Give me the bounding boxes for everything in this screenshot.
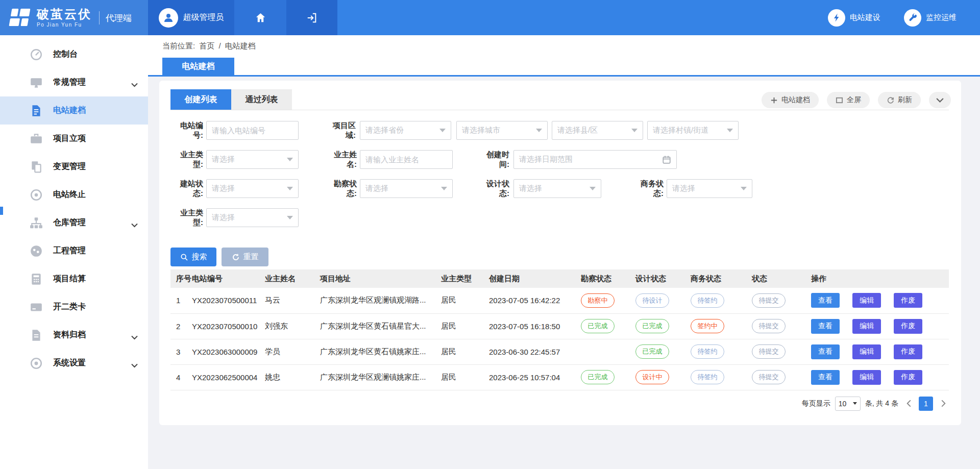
header-code: 电站编号 [192,269,265,288]
business-status-select[interactable]: 请选择 [667,179,752,198]
page-tab-station-archive[interactable]: 电站建档 [162,58,234,76]
breadcrumb-separator: / [219,41,221,50]
edit-button[interactable]: 编辑 [852,370,881,385]
void-button[interactable]: 作废 [894,370,922,385]
content-card: 电站建档 全屏 刷新 创建列表 通过列表 电站编号: 项目区域: [159,81,961,425]
header-status: 状态 [752,269,811,288]
select-caret-icon [631,129,638,132]
village-select[interactable]: 请选择村镇/街道 [647,121,739,140]
collapse-toolbar-button[interactable] [929,92,951,108]
page-number-1[interactable]: 1 [919,397,933,411]
status-badge: 待签约 [691,370,724,384]
breadcrumb-band: 当前位置: 首页 / 电站建档 电站建档 [148,35,980,77]
breadcrumb-home-link[interactable]: 首页 [199,41,214,50]
chevron-down-icon [131,333,138,337]
speedometer-icon [30,48,43,61]
header-design: 设计状态 [635,269,691,288]
breadcrumb-current: 电站建档 [225,41,256,50]
void-button[interactable]: 作废 [894,293,922,308]
owner-type2-select[interactable]: 请选择 [206,208,299,227]
void-button[interactable]: 作废 [894,344,922,359]
status-badge: 已完成 [581,319,615,333]
total-count-label: 条, 共 4 条 [865,399,898,408]
tab-created-list[interactable]: 创建列表 [170,89,231,110]
sidebar-item-dashboard[interactable]: 控制台 [0,40,148,68]
sidebar-scrollbar-thumb[interactable] [0,207,3,215]
sidebar-item-project-init[interactable]: 项目立项 [0,125,148,153]
view-button[interactable]: 查看 [811,319,840,334]
top-navbar: 破茧云伏 Po Jian Yun Fu 代理端 超级管理员 电站建设 监控运维 [0,0,980,35]
status-badge: 待提交 [752,293,786,308]
nav-station-build[interactable]: 电站建设 [828,0,880,35]
tab-passed-list[interactable]: 通过列表 [231,89,292,110]
document-icon [30,104,43,117]
status-badge: 待签约 [691,293,724,308]
prev-page-button[interactable] [903,397,914,411]
sidebar-item-warehouse-mgmt[interactable]: 仓库管理 [0,209,148,237]
sidebar-item-general-mgmt[interactable]: 常规管理 [0,68,148,96]
fullscreen-icon [836,96,843,104]
filter-row-3: 建站状态: 请选择 勘察状态: 请选择 设计状态: 请选择 商务状态: 请选择 [170,179,949,198]
owner-type-select[interactable]: 请选择 [206,150,299,169]
status-badge: 已完成 [635,319,669,333]
sidebar-item-engineering-mgmt[interactable]: 工程管理 [0,237,148,265]
refresh-button[interactable]: 刷新 [878,92,921,108]
next-page-button[interactable] [938,397,949,411]
filter-actions: 搜索 重置 [170,248,949,266]
table-row: 1 YX2023070500011 马云 广东深圳龙华区观澜镇观湖路... 居民… [170,288,949,313]
reset-button[interactable]: 重置 [222,248,268,266]
build-status-select[interactable]: 请选择 [206,179,299,198]
breadcrumb-label: 当前位置: [162,41,195,50]
per-page-select[interactable]: 10 [835,397,861,411]
sidebar-item-station-terminate[interactable]: 电站终止 [0,181,148,209]
nav-monitor-ops-label: 监控运维 [926,13,957,22]
sidebar-item-change-mgmt[interactable]: 变更管理 [0,153,148,181]
select-caret-icon [727,129,733,132]
view-button[interactable]: 查看 [811,370,840,385]
edit-button[interactable]: 编辑 [852,319,881,334]
void-button[interactable]: 作废 [894,319,922,334]
current-user[interactable]: 超级管理员 [148,0,234,35]
nav-monitor-ops[interactable]: 监控运维 [904,0,957,35]
search-button[interactable]: 搜索 [170,248,216,266]
survey-status-select[interactable]: 请选择 [360,179,453,198]
user-name: 超级管理员 [183,12,224,23]
select-caret-icon [536,129,542,132]
brand-logo-icon [8,7,32,29]
owner-name-input[interactable] [360,150,453,169]
status-badge: 待签约 [691,344,724,359]
sidebar-item-card-opening[interactable]: 开二类卡 [0,293,148,321]
bank-card-icon [30,301,43,314]
header-date: 创建日期 [489,269,581,288]
project-region-label: 项目区域: [323,121,356,140]
status-badge: 待提交 [752,319,786,333]
county-select[interactable]: 请选择县/区 [552,121,643,140]
edit-button[interactable]: 编辑 [852,344,881,359]
view-button[interactable]: 查看 [811,344,840,359]
owner-name-label: 业主姓名: [324,150,357,169]
sidebar-item-station-archive[interactable]: 电站建档 [0,96,148,125]
main-area: 当前位置: 首页 / 电站建档 电站建档 电站建档 全屏 刷新 [148,35,980,469]
status-badge: 待提交 [752,344,786,359]
design-status-select[interactable]: 请选择 [513,179,601,198]
home-button[interactable] [234,0,286,35]
city-select[interactable]: 请选择城市 [456,121,548,140]
sidebar-item-project-settlement[interactable]: 项目结算 [0,265,148,293]
logout-button[interactable] [286,0,337,35]
view-button[interactable]: 查看 [811,293,840,308]
sidebar-item-data-archive[interactable]: 资料归档 [0,321,148,349]
header-no: 序号 [170,269,192,288]
brand-area: 破茧云伏 Po Jian Yun Fu 代理端 [0,0,148,35]
record-circle-icon [30,188,43,202]
sidebar-item-system-settings[interactable]: 系统设置 [0,349,148,377]
header-type: 业主类型 [441,269,489,288]
province-select[interactable]: 请选择省份 [360,121,451,140]
edit-button[interactable]: 编辑 [852,293,881,308]
station-code-input[interactable] [206,121,299,140]
plus-icon [770,96,778,104]
date-range-input[interactable]: 请选择日期范围 [513,150,677,169]
add-station-button[interactable]: 电站建档 [762,92,819,108]
gauge-icon [30,244,43,258]
chevron-down-icon [131,220,138,225]
fullscreen-button[interactable]: 全屏 [827,92,870,108]
